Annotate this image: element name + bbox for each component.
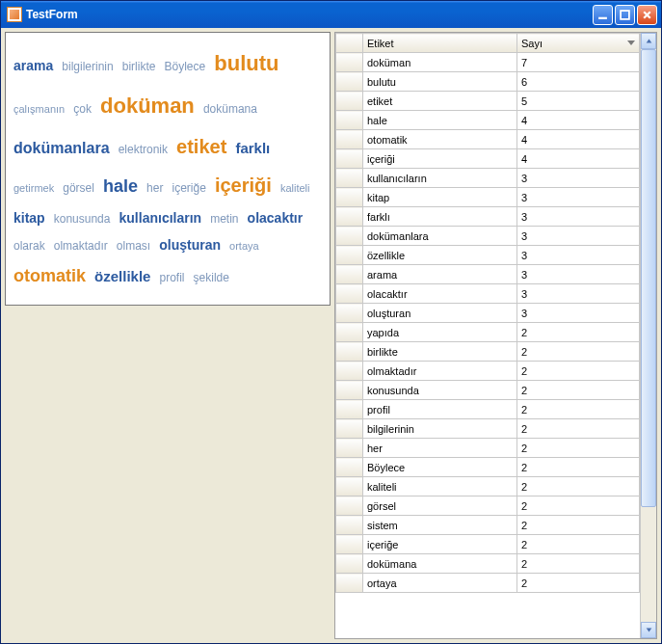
column-header-sayi[interactable]: Sayı (517, 34, 640, 53)
table-row[interactable]: dokümana2 (336, 554, 640, 574)
cell-sayi[interactable]: 2 (517, 535, 640, 554)
cell-sayi[interactable]: 2 (517, 342, 640, 362)
cell-sayi[interactable]: 2 (517, 516, 640, 535)
cell-sayi[interactable]: 2 (517, 381, 640, 400)
cell-etiket[interactable]: kaliteli (363, 477, 517, 496)
cell-etiket[interactable]: etiket (363, 92, 517, 111)
cell-etiket[interactable]: yapıda (363, 323, 517, 342)
tag-cloud-word[interactable]: metin (210, 212, 238, 226)
tag-cloud-word[interactable]: hale (103, 176, 138, 196)
cell-sayi[interactable]: 2 (517, 400, 640, 419)
table-row[interactable]: farklı3 (336, 207, 640, 227)
cell-sayi[interactable]: 2 (517, 574, 640, 593)
table-row[interactable]: kitap3 (336, 188, 640, 207)
tag-cloud-word[interactable]: farklı (235, 140, 270, 156)
table-row[interactable]: birlikte2 (336, 342, 640, 362)
table-row[interactable]: her2 (336, 439, 640, 458)
table-row[interactable]: oluşturan3 (336, 304, 640, 323)
tag-cloud-word[interactable]: her (146, 181, 163, 195)
row-header-cell[interactable] (336, 516, 363, 535)
cell-etiket[interactable]: her (363, 439, 517, 458)
cell-etiket[interactable]: içeriğe (363, 535, 517, 554)
row-header-cell[interactable] (336, 130, 363, 149)
cell-etiket[interactable]: farklı (363, 207, 517, 227)
cell-etiket[interactable]: sistem (363, 516, 517, 535)
cell-etiket[interactable]: içeriği (363, 149, 517, 169)
cell-etiket[interactable]: görsel (363, 496, 517, 516)
minimize-button[interactable] (593, 5, 613, 25)
scroll-up-button[interactable] (641, 33, 656, 49)
table-row[interactable]: sistem2 (336, 516, 640, 535)
tag-cloud-word[interactable]: olmaktadır (54, 239, 108, 253)
row-header-cell[interactable] (336, 149, 363, 169)
tag-cloud-word[interactable]: otomatik (13, 266, 86, 285)
cell-etiket[interactable]: kitap (363, 188, 517, 207)
cell-sayi[interactable]: 5 (517, 92, 640, 111)
table-row[interactable]: içeriği4 (336, 149, 640, 169)
cell-etiket[interactable]: bilgilerinin (363, 419, 517, 439)
cell-etiket[interactable]: oluşturan (363, 304, 517, 323)
cell-etiket[interactable]: birlikte (363, 342, 517, 362)
tag-cloud-word[interactable]: oluşturan (159, 237, 221, 253)
row-header-cell[interactable] (336, 381, 363, 400)
table-row[interactable]: bilgilerinin2 (336, 419, 640, 439)
tag-cloud-word[interactable]: bilgilerinin (62, 60, 113, 73)
cell-sayi[interactable]: 3 (517, 246, 640, 265)
table-row[interactable]: dokümanlara3 (336, 227, 640, 246)
table-row[interactable]: özellikle3 (336, 246, 640, 265)
tag-cloud-word[interactable]: Böylece (165, 60, 206, 73)
row-header-cell[interactable] (336, 169, 363, 188)
table-row[interactable]: etiket5 (336, 92, 640, 111)
maximize-button[interactable] (615, 5, 635, 25)
cell-sayi[interactable]: 3 (517, 169, 640, 188)
row-header-cell[interactable] (336, 342, 363, 362)
table-row[interactable]: olmaktadır2 (336, 362, 640, 381)
row-header-cell[interactable] (336, 53, 363, 72)
cell-sayi[interactable]: 2 (517, 554, 640, 574)
tag-cloud-word[interactable]: arama (13, 58, 53, 73)
tag-cloud-word[interactable]: içeriği (215, 174, 272, 196)
cell-etiket[interactable]: kullanıcıların (363, 169, 517, 188)
table-row[interactable]: yapıda2 (336, 323, 640, 342)
row-header-cell[interactable] (336, 188, 363, 207)
row-selector-header[interactable] (336, 34, 363, 53)
tag-cloud-word[interactable]: çalışmanın (13, 103, 65, 115)
tag-cloud-word[interactable]: içeriğe (172, 181, 206, 195)
table-row[interactable]: görsel2 (336, 496, 640, 516)
cell-sayi[interactable]: 2 (517, 323, 640, 342)
table-row[interactable]: konusunda2 (336, 381, 640, 400)
row-header-cell[interactable] (336, 265, 363, 284)
close-button[interactable] (637, 5, 657, 25)
data-grid[interactable]: Etiket Sayı doküman7bulutu6etiket5hale4o… (335, 33, 640, 593)
table-row[interactable]: profil2 (336, 400, 640, 419)
table-row[interactable]: içeriğe2 (336, 535, 640, 554)
cell-sayi[interactable]: 4 (517, 149, 640, 169)
table-row[interactable]: doküman7 (336, 53, 640, 72)
tag-cloud-word[interactable]: kitap (13, 210, 45, 226)
row-header-cell[interactable] (336, 574, 363, 593)
row-header-cell[interactable] (336, 207, 363, 227)
cell-etiket[interactable]: profil (363, 400, 517, 419)
table-row[interactable]: olacaktır3 (336, 284, 640, 304)
cell-etiket[interactable]: bulutu (363, 72, 517, 92)
row-header-cell[interactable] (336, 400, 363, 419)
tag-cloud-word[interactable]: getirmek (13, 182, 54, 194)
cell-etiket[interactable]: dokümanlara (363, 227, 517, 246)
vertical-scrollbar[interactable] (640, 33, 656, 638)
tag-cloud-word[interactable]: özellikle (94, 268, 150, 284)
table-row[interactable]: kullanıcıların3 (336, 169, 640, 188)
tag-cloud-word[interactable]: ortaya (229, 240, 259, 252)
row-header-cell[interactable] (336, 419, 363, 439)
tag-cloud-word[interactable]: kaliteli (280, 182, 310, 194)
cell-sayi[interactable]: 3 (517, 227, 640, 246)
cell-etiket[interactable]: hale (363, 111, 517, 130)
cell-sayi[interactable]: 2 (517, 458, 640, 477)
scroll-track[interactable] (641, 49, 656, 622)
tag-cloud-word[interactable]: profil (160, 271, 185, 284)
tag-cloud-word[interactable]: şekilde (194, 271, 229, 284)
cell-etiket[interactable]: özellikle (363, 246, 517, 265)
row-header-cell[interactable] (336, 304, 363, 323)
table-row[interactable]: hale4 (336, 111, 640, 130)
cell-sayi[interactable]: 3 (517, 188, 640, 207)
tag-cloud-word[interactable]: dokümana (203, 102, 257, 116)
